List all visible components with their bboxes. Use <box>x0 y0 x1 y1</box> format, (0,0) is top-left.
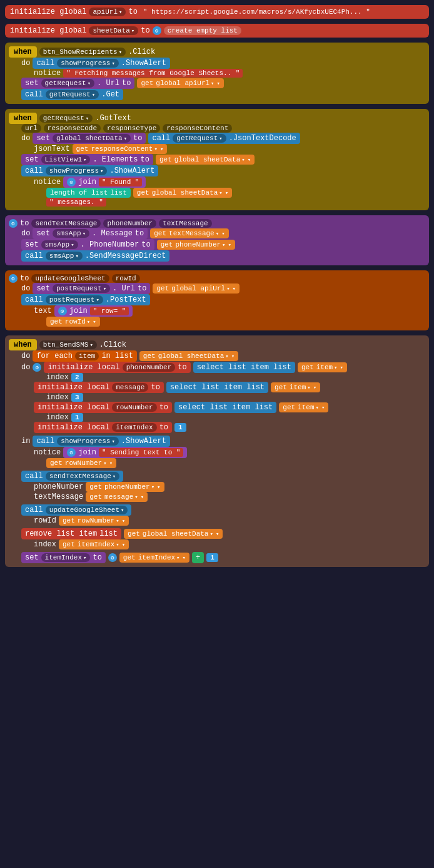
item-dropdown-3[interactable]: item <box>298 404 319 411</box>
post-request-comp2[interactable]: postRequest <box>46 295 103 304</box>
response-code-param: responseCode <box>44 124 101 133</box>
update-google-sheet-comp[interactable]: updateGoogleSheet <box>46 506 128 514</box>
get-sheet-data-2[interactable]: get global sheetData <box>133 188 232 198</box>
call-send-text-message[interactable]: call sendTextMessage <box>21 471 123 482</box>
response-content-dropdown[interactable]: responseContent <box>91 145 157 153</box>
get-item-index[interactable]: get itemIndex <box>59 539 129 549</box>
do-label2: do <box>21 134 30 143</box>
get-row-number-2[interactable]: get rowNumber <box>59 516 129 526</box>
set-post-url[interactable]: set postRequest . Url to <box>33 283 150 294</box>
call-sms-send[interactable]: call smsApp .SendMessageDirect <box>21 250 169 262</box>
get-global-api-url[interactable]: get global apiUrl <box>137 78 223 88</box>
get-item-3[interactable]: get item <box>279 402 328 412</box>
api-url-var[interactable]: apiUrl <box>89 8 126 16</box>
get-text-message[interactable]: get textMessage <box>150 228 228 238</box>
phone-number-param-row: phoneNumber get phoneNumber <box>34 482 425 492</box>
set-listview[interactable]: set ListView1 . Elements to <box>21 154 153 165</box>
set-get-request[interactable]: set getRequest . Url to <box>21 78 134 89</box>
btn-send-sms[interactable]: btn_SendSMS <box>39 340 97 349</box>
get-item-index-2[interactable]: get itemIndex <box>119 553 189 563</box>
do-label-row: do call showProgress .ShowAlert <box>21 58 425 69</box>
row-number-dropdown[interactable]: rowNumber <box>65 459 107 467</box>
when-got-text-block: when getRequest .GotText url responseCod… <box>5 109 429 210</box>
get-response-content[interactable]: get responseContent <box>73 144 168 154</box>
get-row-number[interactable]: get rowNumber <box>46 458 116 468</box>
get-phone-number[interactable]: get phoneNumber <box>157 240 235 250</box>
sms-app-comp[interactable]: smsApp <box>53 229 89 238</box>
listview-comp[interactable]: ListView1 <box>41 155 91 164</box>
call-show-progress-3[interactable]: call showProgress .ShowAlert <box>33 436 169 447</box>
set-sms-message[interactable]: set smsApp . Message to <box>33 228 148 239</box>
get-row-id[interactable]: get rowId <box>46 317 100 327</box>
show-progress-comp2[interactable]: showProgress <box>46 166 108 175</box>
set-item-index[interactable]: set itemIndex to <box>21 552 106 563</box>
item-dropdown-2[interactable]: item <box>290 384 311 391</box>
index-1-row: index 1 <box>46 413 425 422</box>
set-global-sheet[interactable]: set global sheetData to <box>33 133 146 144</box>
to-label2: to <box>141 26 149 35</box>
do-label-row3: do set smsApp . Message to get textMessa… <box>21 228 425 239</box>
sms-app-comp3[interactable]: smsApp <box>46 252 83 260</box>
get-request-comp2[interactable]: getRequest <box>46 90 99 99</box>
get-sheet-data-3[interactable]: get global sheetData <box>139 351 238 361</box>
get-item-1[interactable]: get item <box>298 362 347 372</box>
get-request-event-comp[interactable]: getRequest <box>39 114 93 123</box>
get-sheet-data-4[interactable]: get global sheetData <box>124 529 223 539</box>
get-phone-number-2[interactable]: get phoneNumber <box>86 482 164 492</box>
call-update-google-sheet[interactable]: call updateGoogleSheet <box>21 504 131 516</box>
gear-icon-1: ⚙ <box>153 26 161 35</box>
sheet-data-dropdown[interactable]: global sheetData <box>174 156 245 163</box>
init-global-sheet-label: initialize global <box>10 26 86 35</box>
sheet-data-var[interactable]: sheetData <box>89 26 138 35</box>
show-progress-comp[interactable]: showProgress <box>57 59 119 68</box>
row-id-dropdown[interactable]: rowId <box>65 318 90 325</box>
index-item-index-row: index get itemIndex <box>34 539 425 549</box>
set-sms-phone[interactable]: set smsApp . PhoneNumber to <box>21 239 154 250</box>
json-text-label: jsonText <box>34 145 70 153</box>
call-post-text[interactable]: call postRequest .PostText <box>21 294 150 305</box>
get-request-comp[interactable]: getRequest <box>41 79 94 88</box>
item-index-dropdown2[interactable]: itemIndex <box>138 554 180 561</box>
do-label4: do <box>21 284 30 293</box>
get-item-2[interactable]: get item <box>271 382 320 392</box>
item-index-comp[interactable]: itemIndex <box>41 553 91 562</box>
global-sheet-data-var[interactable]: global sheetData <box>53 134 131 143</box>
row-id-label: rowId <box>34 516 56 525</box>
get-global-api-url2[interactable]: get global apiUrl <box>153 283 239 294</box>
plus-val: 1 <box>206 553 218 562</box>
notice-label2: notice <box>34 178 61 186</box>
index-label-2: index <box>46 393 69 402</box>
btn-show-recipients[interactable]: btn_ShowRecipients <box>39 48 126 56</box>
sms-app-comp2[interactable]: smsApp <box>41 240 78 249</box>
call-show-progress[interactable]: call showProgress .ShowAlert <box>33 58 169 69</box>
sheet-data-dropdown3[interactable]: global sheetData <box>158 352 229 360</box>
phone-number-label: phoneNumber <box>34 483 83 491</box>
text-message-dropdown[interactable]: textMessage <box>169 230 219 237</box>
show-progress-comp3[interactable]: showProgress <box>57 437 119 446</box>
item-index-local: itemIndex <box>112 423 156 432</box>
call-show-progress-2[interactable]: call showProgress .ShowAlert <box>21 165 158 176</box>
row-number-local: rowNumber <box>112 403 156 412</box>
do-label-row5: do for each item in list get global shee… <box>21 350 425 362</box>
to-update-sheet-block: ⚙ to updateGoogleSheet rowId do set post… <box>5 270 429 330</box>
get-request-comp3[interactable]: getRequest <box>173 134 226 143</box>
send-text-message-comp[interactable]: sendTextMessage <box>46 472 119 481</box>
sheet-data-dropdown2[interactable]: global sheetData <box>152 189 223 197</box>
call-get-request-get[interactable]: call getRequest .Get <box>21 89 123 100</box>
sheet-data-dropdown4[interactable]: global sheetData <box>143 530 213 538</box>
api-url-dropdown2[interactable]: global apiUrl <box>171 285 230 292</box>
index-label-3: index <box>46 413 69 422</box>
post-request-comp[interactable]: postRequest <box>53 284 110 293</box>
message-dropdown[interactable]: message <box>104 493 138 501</box>
get-sheet-data[interactable]: get global sheetData <box>156 155 255 165</box>
item-dropdown-1[interactable]: item <box>316 364 338 371</box>
phone-number-dropdown[interactable]: phoneNumber <box>175 241 225 248</box>
item-index-dropdown[interactable]: itemIndex <box>78 541 119 548</box>
phone-number-dropdown2[interactable]: phoneNumber <box>104 483 154 491</box>
text-message-param-row: textMessage get message <box>34 492 425 502</box>
api-url-dropdown[interactable]: global apiUrl <box>156 79 214 87</box>
row-number-dropdown2[interactable]: rowNumber <box>78 517 119 524</box>
get-message[interactable]: get message <box>86 492 148 502</box>
create-empty-list[interactable]: create empty list <box>164 26 241 35</box>
call-json-decode[interactable]: call getRequest .JsonTextDecode <box>148 133 300 144</box>
